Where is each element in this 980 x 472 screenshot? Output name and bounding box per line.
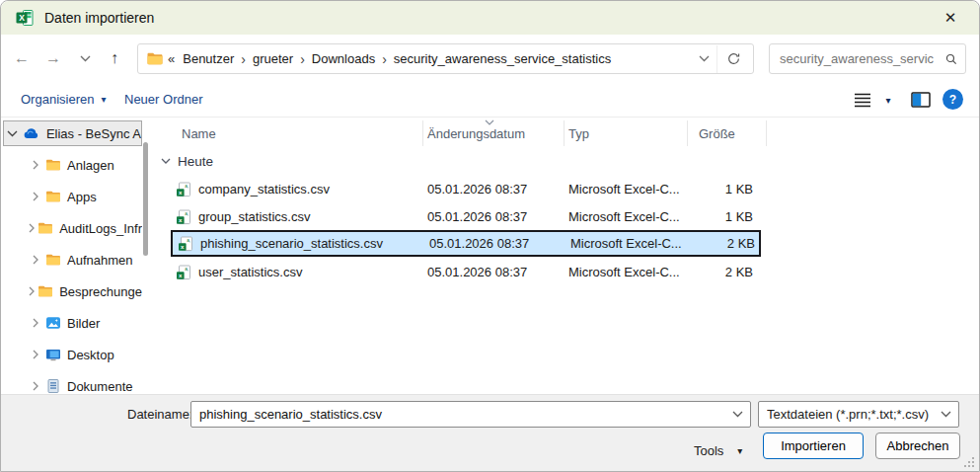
sidebar-item-apps[interactable]: Apps xyxy=(1,181,142,212)
details-view-icon[interactable] xyxy=(850,90,875,110)
chevron-right-icon[interactable] xyxy=(29,192,42,201)
column-divider[interactable] xyxy=(687,120,688,146)
chevron-right-icon: › xyxy=(381,51,388,67)
file-type: Microsoft Excel-C... xyxy=(564,265,687,279)
view-options-caret-icon[interactable]: ▾ xyxy=(879,90,897,110)
group-header-today[interactable]: Heute xyxy=(161,150,213,172)
sidebar-item-besprechungen[interactable]: Besprechunge xyxy=(1,275,142,307)
column-header-name[interactable]: Name xyxy=(182,119,216,147)
chevron-right-icon[interactable] xyxy=(29,286,35,296)
forward-icon[interactable]: → xyxy=(38,43,68,73)
folder-icon xyxy=(45,189,61,204)
preview-pane-icon[interactable] xyxy=(909,91,933,109)
tools-button[interactable]: Tools ▾ xyxy=(694,437,742,463)
sidebar-item-auditlogs[interactable]: AuditLogs_Infr xyxy=(1,212,142,244)
file-date: 05.01.2026 08:37 xyxy=(424,236,565,251)
filename-input[interactable] xyxy=(191,407,724,422)
resize-grip[interactable] xyxy=(963,456,975,471)
svg-text:a,: a, xyxy=(185,210,188,215)
file-name: group_statistics.csv xyxy=(198,209,310,224)
tools-label: Tools xyxy=(694,443,723,458)
filename-combobox xyxy=(190,401,751,428)
file-type: Microsoft Excel-C... xyxy=(565,236,689,251)
up-icon[interactable]: ↑ xyxy=(100,43,129,73)
file-name: phishing_scenario_statistics.csv xyxy=(200,236,383,251)
file-name: user_statistics.csv xyxy=(198,265,302,279)
folder-icon xyxy=(146,51,164,66)
organize-button[interactable]: Organisieren ▾ xyxy=(21,82,106,117)
svg-text:X: X xyxy=(19,13,25,23)
sidebar-root-label: Elias - BeSync A xyxy=(46,126,141,141)
file-list: Name Änderungsdatum Typ Größe Heute a,x … xyxy=(157,118,979,394)
sidebar-item-desktop[interactable]: Desktop xyxy=(1,339,142,370)
column-divider[interactable] xyxy=(564,120,565,146)
file-name: company_statistics.csv xyxy=(198,182,330,197)
file-type: Microsoft Excel-C... xyxy=(564,209,687,224)
sidebar-item-label: Besprechunge xyxy=(59,284,142,299)
svg-text:a,: a, xyxy=(187,237,190,242)
sidebar-item-label: Aufnahmen xyxy=(67,253,133,268)
filename-label: Dateiname: xyxy=(127,407,192,422)
address-bar[interactable]: « Benutzer › grueter › Downloads › secur… xyxy=(137,43,754,74)
navigation-bar: ← → ↑ « Benutzer › grueter › Downloads ›… xyxy=(1,35,979,82)
sidebar-item-anlagen[interactable]: Anlagen xyxy=(1,149,142,181)
file-row-user-statistics[interactable]: a,x user_statistics.csv 05.01.2026 08:37… xyxy=(171,259,761,285)
chevron-right-icon[interactable] xyxy=(29,223,35,233)
file-row-company-statistics[interactable]: a,x company_statistics.csv 05.01.2026 08… xyxy=(171,176,761,202)
file-row-phishing-scenario-statistics-selected[interactable]: a,x phishing_scenario_statistics.csv 05.… xyxy=(171,230,761,257)
column-divider[interactable] xyxy=(422,120,423,146)
breadcrumb-users[interactable]: Benutzer xyxy=(177,51,240,66)
caret-down-icon: ▾ xyxy=(101,94,106,105)
search-icon[interactable] xyxy=(938,52,965,66)
chevron-right-icon[interactable] xyxy=(29,318,42,328)
import-button[interactable]: Importieren xyxy=(763,433,864,459)
sidebar-item-label: Apps xyxy=(67,190,97,204)
pictures-icon xyxy=(45,315,61,331)
svg-text:a,: a, xyxy=(185,266,188,271)
search-input[interactable] xyxy=(770,51,938,66)
sidebar-scrollbar[interactable] xyxy=(143,142,148,256)
sort-ascending-chevron-icon xyxy=(485,114,494,128)
file-type: Microsoft Excel-C... xyxy=(564,182,687,197)
chevron-right-icon[interactable] xyxy=(29,160,42,170)
csv-file-icon: a,x xyxy=(178,236,193,252)
address-dropdown-chevron-icon[interactable] xyxy=(692,45,717,73)
import-data-dialog: X Daten importieren ✕ ← → ↑ « Benutzer ›… xyxy=(0,0,980,472)
refresh-icon[interactable] xyxy=(717,45,749,73)
sidebar-item-onedrive-root[interactable]: Elias - BeSync A xyxy=(3,120,142,146)
chevron-right-icon: › xyxy=(299,51,306,67)
column-header-size[interactable]: Größe xyxy=(699,119,735,147)
breadcrumb-grueter[interactable]: grueter xyxy=(247,51,299,66)
back-icon[interactable]: ← xyxy=(7,43,37,73)
chevron-right-icon[interactable] xyxy=(29,255,42,265)
recent-locations-chevron-icon[interactable] xyxy=(70,43,100,73)
csv-file-icon: a,x xyxy=(176,209,191,225)
chevron-right-icon[interactable] xyxy=(29,350,42,359)
sidebar-item-aufnahmen[interactable]: Aufnahmen xyxy=(1,244,142,275)
help-icon[interactable]: ? xyxy=(942,89,963,110)
file-date: 05.01.2026 08:37 xyxy=(422,182,564,197)
chevron-down-icon[interactable] xyxy=(4,130,21,137)
new-folder-label: Neuer Ordner xyxy=(124,92,202,107)
chevron-right-icon[interactable] xyxy=(29,381,42,391)
folder-icon xyxy=(38,220,53,236)
filename-dropdown-chevron-icon[interactable] xyxy=(724,411,750,418)
breadcrumb-overflow-icon[interactable]: « xyxy=(164,51,177,66)
cancel-button[interactable]: Abbrechen xyxy=(875,433,960,459)
new-folder-button[interactable]: Neuer Ordner xyxy=(124,82,202,117)
column-header-date[interactable]: Änderungsdatum xyxy=(427,119,525,147)
close-icon[interactable]: ✕ xyxy=(932,4,969,32)
column-header-type[interactable]: Typ xyxy=(568,119,589,147)
filetype-select[interactable]: Textdateien (*.prn;*.txt;*.csv) xyxy=(758,401,959,428)
breadcrumb-downloads[interactable]: Downloads xyxy=(306,51,381,66)
file-size: 1 KB xyxy=(687,182,761,197)
excel-app-icon: X xyxy=(15,8,35,28)
documents-icon xyxy=(45,378,61,394)
breadcrumb-current-folder[interactable]: security_awareness_service_statistics xyxy=(388,51,617,66)
svg-text:x: x xyxy=(179,216,183,223)
sidebar-item-label: Anlagen xyxy=(67,158,114,173)
sidebar-item-dokumente[interactable]: Dokumente xyxy=(1,370,142,394)
sidebar-item-bilder[interactable]: Bilder xyxy=(1,307,142,339)
file-row-group-statistics[interactable]: a,x group_statistics.csv 05.01.2026 08:3… xyxy=(171,203,761,230)
column-divider[interactable] xyxy=(766,120,767,146)
